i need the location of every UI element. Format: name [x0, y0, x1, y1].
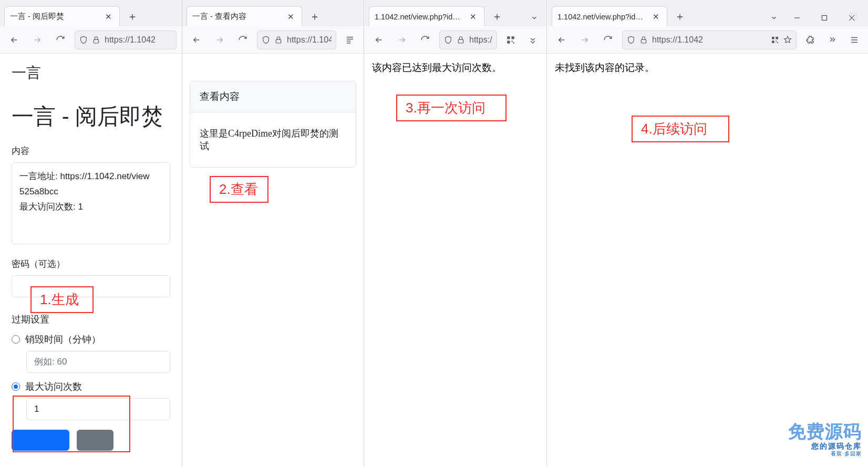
back-button[interactable] [5, 31, 23, 49]
page-content: 该内容已达到最大访问次数。 [365, 54, 546, 467]
back-button[interactable] [553, 31, 571, 49]
url-bar[interactable]: https://1.1042 [75, 30, 177, 49]
content-output-box: 一言地址: https://1.1042.net/view 525a8bcc 最… [12, 162, 170, 244]
shield-icon [444, 36, 452, 44]
list-all-tabs-button[interactable] [526, 9, 542, 26]
password-input[interactable] [12, 275, 170, 297]
svg-rect-7 [513, 42, 514, 43]
maximize-button[interactable] [812, 9, 836, 26]
new-tab-button[interactable]: ＋ [124, 8, 141, 25]
page-content: 未找到该内容的记录。 [547, 54, 868, 467]
radio-max-label: 最大访问次数 [25, 380, 82, 393]
back-button[interactable] [188, 31, 205, 49]
back-button[interactable] [370, 31, 388, 49]
svg-rect-0 [94, 39, 98, 43]
svg-rect-14 [777, 42, 778, 43]
brand-title: 一言 [12, 63, 170, 83]
lock-icon [92, 36, 100, 44]
password-label: 密码（可选） [12, 258, 170, 270]
browser-tab[interactable]: 一言 - 阅后即焚 ✕ [4, 6, 120, 26]
svg-rect-12 [772, 40, 774, 43]
url-bar[interactable]: https://1.1042 [257, 30, 336, 49]
nav-toolbar: https://1.1042 [547, 26, 868, 54]
reload-button[interactable] [599, 31, 617, 49]
svg-rect-9 [641, 39, 646, 43]
url-text: https://1.1042 [469, 35, 492, 45]
tab-strip: 一言 - 阅后即焚 ✕ ＋ [0, 0, 182, 26]
svg-rect-11 [776, 37, 778, 39]
tab-title: 1.1042.net/view.php?id=32 [375, 13, 463, 21]
lock-icon [639, 36, 648, 44]
window-close-button[interactable] [840, 9, 864, 26]
card-header: 查看内容 [190, 81, 356, 112]
reload-button[interactable] [234, 31, 252, 49]
forward-button[interactable] [211, 31, 229, 49]
max-access-input[interactable] [26, 398, 170, 420]
forward-button[interactable] [576, 31, 594, 49]
page-content: 查看内容 这里是C4rpeDime对阅后即焚的测试 [182, 54, 364, 467]
view-card: 查看内容 这里是C4rpeDime对阅后即焚的测试 [190, 81, 356, 168]
svg-rect-1 [276, 39, 281, 43]
shield-icon [79, 36, 88, 44]
content-line-hash: 525a8bcc [19, 184, 162, 200]
new-tab-button[interactable]: ＋ [489, 8, 505, 25]
forward-button[interactable] [28, 31, 46, 49]
radio-time-label: 销毁时间（分钟） [25, 333, 101, 346]
destroy-time-input[interactable] [26, 351, 170, 373]
close-icon[interactable]: ✕ [103, 11, 114, 23]
browser-window-2: 一言 - 查看内容 ✕ ＋ https://1.1042 查看内容 这里是C4r… [182, 0, 364, 467]
tab-title: 一言 - 阅后即焚 [10, 12, 99, 22]
overflow-icon[interactable] [524, 32, 541, 48]
error-message: 该内容已达到最大访问次数。 [372, 61, 539, 75]
reload-button[interactable] [51, 31, 69, 49]
tab-strip: 1.1042.net/view.php?id=32 ✕ ＋ [365, 0, 546, 26]
extensions-icon[interactable] [802, 32, 819, 48]
bookmark-star-icon[interactable] [783, 36, 792, 44]
reset-button[interactable] [77, 430, 113, 451]
browser-tab[interactable]: 1.1042.net/view.php?id=32 ✕ [369, 6, 484, 26]
qr-icon[interactable] [771, 36, 779, 44]
expire-label: 过期设置 [12, 313, 170, 326]
svg-rect-13 [776, 40, 777, 41]
qr-icon[interactable] [502, 32, 519, 48]
radio-icon [12, 335, 20, 344]
overflow-chevron-icon[interactable] [824, 32, 841, 48]
new-tab-button[interactable]: ＋ [306, 8, 323, 25]
error-message: 未找到该内容的记录。 [555, 61, 861, 75]
content-label: 内容 [12, 145, 170, 157]
url-text: https://1.1042 [652, 35, 767, 45]
close-icon[interactable]: ✕ [285, 11, 296, 23]
reload-button[interactable] [416, 31, 434, 49]
lock-icon [457, 36, 465, 44]
reader-icon[interactable] [342, 32, 358, 48]
submit-button[interactable] [12, 430, 69, 451]
svg-rect-3 [507, 36, 510, 39]
tab-title: 一言 - 查看内容 [192, 12, 281, 22]
lock-icon [274, 36, 283, 44]
tab-strip: 1.1042.net/view.php?id=32 ✕ ＋ [547, 0, 868, 26]
browser-tab[interactable]: 一言 - 查看内容 ✕ [187, 6, 302, 26]
url-bar[interactable]: https://1.1042 [622, 30, 797, 49]
list-all-tabs-button[interactable] [766, 9, 782, 26]
app-menu-button[interactable] [846, 32, 863, 48]
page-content: 一言 一言 - 阅后即焚 内容 一言地址: https://1.1042.net… [0, 54, 182, 467]
svg-rect-4 [512, 36, 514, 39]
close-icon[interactable]: ✕ [650, 11, 662, 23]
forward-button[interactable] [393, 31, 411, 49]
browser-tab[interactable]: 1.1042.net/view.php?id=32 ✕ [552, 6, 667, 26]
svg-rect-2 [458, 39, 463, 43]
svg-rect-6 [512, 40, 513, 41]
close-icon[interactable]: ✕ [468, 11, 479, 23]
svg-rect-5 [507, 40, 510, 43]
url-text: https://1.1042 [105, 35, 172, 45]
shield-icon [262, 36, 270, 44]
new-tab-button[interactable]: ＋ [671, 8, 688, 25]
radio-option-max[interactable]: 最大访问次数 [12, 380, 170, 393]
content-line-max: 最大访问次数: 1 [19, 200, 162, 215]
content-line-url: 一言地址: https://1.1042.net/view [19, 169, 162, 184]
minimize-button[interactable] [785, 9, 809, 26]
browser-window-1: 一言 - 阅后即焚 ✕ ＋ https://1.1042 一言 一言 - 阅后即… [0, 0, 182, 467]
url-bar[interactable]: https://1.1042 [439, 30, 497, 49]
radio-option-time[interactable]: 销毁时间（分钟） [12, 333, 170, 346]
shield-icon [627, 36, 635, 44]
